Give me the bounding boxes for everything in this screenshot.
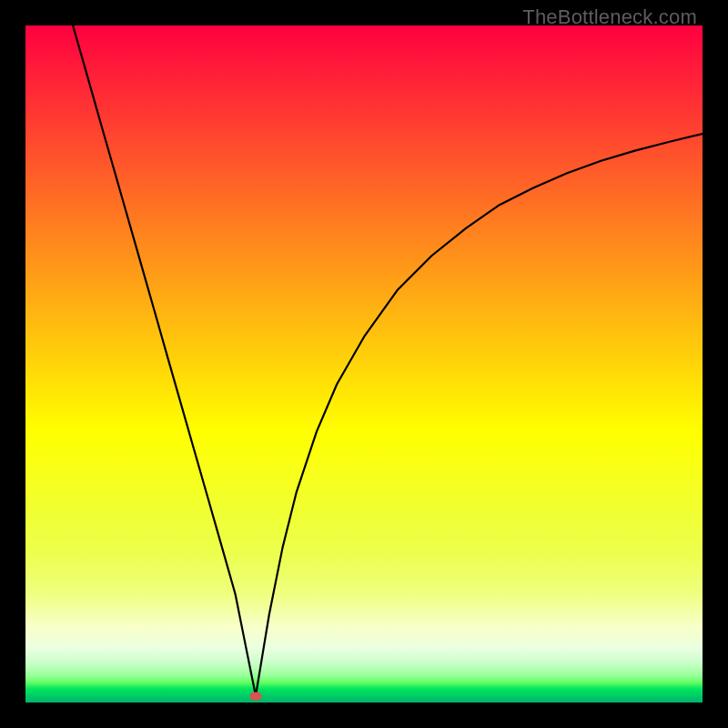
chart-frame: TheBottleneck.com xyxy=(0,0,728,728)
curve-layer xyxy=(25,25,703,703)
bottleneck-curve xyxy=(73,25,703,696)
plot-area xyxy=(25,25,703,703)
optimum-marker xyxy=(249,692,261,700)
watermark-text: TheBottleneck.com xyxy=(522,5,697,29)
